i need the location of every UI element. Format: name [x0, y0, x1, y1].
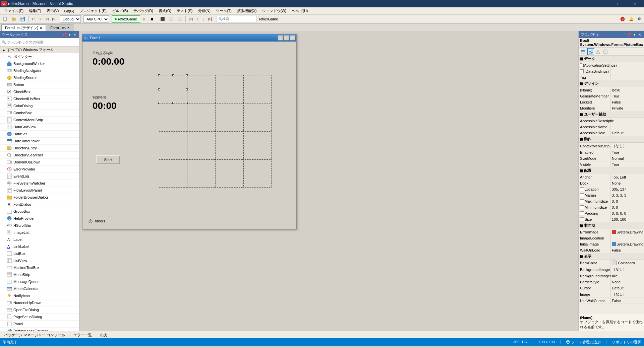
toolbox-item-colordialog[interactable]: ColorDialog	[0, 102, 79, 110]
tab-form1-design-close[interactable]: ✕	[40, 26, 42, 30]
close-button[interactable]: ✕	[627, 0, 643, 7]
menu-analyze[interactable]: 分析(N)	[195, 7, 213, 15]
props-property-pages-btn[interactable]	[602, 48, 609, 55]
toolbox-search-box[interactable]: 🔍	[0, 38, 79, 47]
toolbox-item-numericupdown[interactable]: NumericUpDown	[0, 299, 79, 306]
tab-form1-cs-close[interactable]: ✕	[67, 26, 70, 29]
menu-window[interactable]: ウィンドウ(W)	[259, 7, 289, 15]
notifications-btn[interactable]: 🔔	[627, 15, 635, 23]
run-btn[interactable]: ▶ reflexGame	[112, 15, 140, 23]
menu-format[interactable]: 書式(O)	[156, 7, 174, 15]
grid-cell-3-0[interactable]	[159, 159, 187, 188]
props-section-data[interactable]: ▣ データ	[579, 56, 644, 62]
toolbox-item-backgroundworker[interactable]: BackgroundWorker	[0, 60, 79, 67]
toolbox-item-openfiledialog[interactable]: OpenFileDialog	[0, 306, 79, 314]
toolbox-item-panel[interactable]: Panel	[0, 321, 79, 328]
toolbox-item-directorysearcher[interactable]: DirectorySearcher	[0, 152, 79, 159]
open-file-btn[interactable]	[10, 15, 18, 23]
menu-edit[interactable]: 編集(E)	[26, 7, 44, 15]
toolbox-item-bindingsource[interactable]: BindingSource	[0, 74, 79, 81]
grid-cell-2-0[interactable]	[159, 131, 187, 159]
grid-cell-0-1[interactable]	[187, 75, 215, 103]
toolbox-item-pointer[interactable]: ↖ ポインター	[0, 53, 79, 60]
grid-cell-selected[interactable]	[159, 75, 187, 103]
handle-bl[interactable]	[158, 102, 160, 104]
maximize-button[interactable]: □	[611, 0, 627, 7]
status-source-control[interactable]: ソース管理に追加	[566, 340, 601, 345]
expand-btn-margin[interactable]: +	[580, 193, 584, 197]
toolbox-item-hscrollbar[interactable]: HScrollBar	[0, 222, 79, 229]
live-share-btn[interactable]: ⚡	[619, 15, 627, 23]
expand-btn-size[interactable]: +	[580, 217, 584, 221]
toolbox-dropdown-btn[interactable]: ▾	[67, 32, 72, 37]
pause-btn[interactable]: ⏸	[141, 15, 148, 23]
toolbox-item-linklabel[interactable]: A LinkLabel	[0, 243, 79, 250]
toolbox-item-datagridview[interactable]: DataGridView	[0, 124, 79, 131]
toolbox-item-label[interactable]: A Label	[0, 236, 79, 243]
handle-tr[interactable]	[186, 74, 188, 76]
toolbar-extra-4[interactable]: |◁	[187, 15, 194, 23]
grid-cell-1-2[interactable]	[215, 103, 243, 131]
menu-extensions[interactable]: 拡張機能(X)	[234, 7, 259, 15]
handle-mr[interactable]	[186, 88, 188, 90]
expand-btn-location[interactable]: +	[580, 187, 584, 191]
toolbox-item-eventlog[interactable]: EventLog	[0, 173, 79, 180]
toolbox-item-helpprovider[interactable]: ? HelpProvider	[0, 215, 79, 222]
toolbox-item-dataset[interactable]: DataSet	[0, 131, 79, 138]
toolbox-item-checkedlistbox[interactable]: CheckedListBox	[0, 95, 79, 102]
toolbox-item-imagelist[interactable]: ImageList	[0, 229, 79, 236]
menu-project[interactable]: プロジェクト(P)	[77, 7, 109, 15]
new-file-btn[interactable]	[1, 15, 9, 23]
props-events-btn[interactable]: !	[595, 48, 601, 55]
toolbox-item-performancecounter[interactable]: PerformanceCounter	[0, 328, 79, 331]
start-button[interactable]: Start	[96, 155, 120, 164]
bottom-tab-error-list[interactable]: エラー一覧	[69, 331, 96, 339]
expand-btn-maximumsize[interactable]: +	[580, 199, 584, 203]
status-repository[interactable]: リポジトリの選択	[612, 340, 641, 345]
toolbar-extra-1[interactable]: ⬛	[159, 15, 167, 23]
grid-cell-3-1[interactable]	[187, 159, 215, 188]
debug-config-select[interactable]: Debug	[60, 15, 81, 23]
toolbox-item-fontdialog[interactable]: A FontDialog	[0, 201, 79, 208]
handle-ml[interactable]	[158, 88, 160, 90]
properties-close-btn[interactable]: ✕	[637, 32, 642, 37]
props-section-actions[interactable]: ▣ 動作	[579, 136, 644, 143]
properties-dropdown-btn[interactable]: ▾	[632, 32, 637, 37]
menu-build[interactable]: ビルド(B)	[109, 7, 131, 15]
toolbar-search-input[interactable]	[222, 17, 252, 21]
toolbox-item-notifyicon[interactable]: NotifyIcon	[0, 292, 79, 299]
back-btn[interactable]: ◁	[44, 15, 50, 23]
toolbox-item-messagequeue[interactable]: MessageQueue	[0, 278, 79, 285]
tab-form1-cs[interactable]: Form1.cs ✕	[47, 24, 73, 31]
grid-cell-0-3[interactable]	[243, 75, 272, 103]
grid-cell-1-1[interactable]	[187, 103, 215, 131]
grid-cell-0-2[interactable]	[215, 75, 243, 103]
grid-cell-1-3[interactable]	[243, 103, 272, 131]
toolbox-category-windows-forms[interactable]: ▲ すべての Windows フォーム	[0, 47, 79, 53]
menu-view[interactable]: 表示(V)	[44, 7, 62, 15]
expand-btn-padding[interactable]: +	[580, 211, 584, 215]
toolbox-item-errorprovider[interactable]: ! ErrorProvider	[0, 166, 79, 173]
toolbar-search-box[interactable]: 🔍	[217, 16, 257, 22]
expand-btn-app-settings[interactable]: +	[580, 63, 582, 67]
toolbox-item-monthcalendar[interactable]: MonthCalendar	[0, 285, 79, 292]
stop-btn[interactable]: ⏹	[149, 15, 156, 23]
toolbox-item-checkbox[interactable]: CheckBox	[0, 88, 79, 95]
handle-br[interactable]	[186, 102, 188, 104]
toolbox-item-folderbrowserdialog[interactable]: FolderBrowserDialog	[0, 194, 79, 201]
toolbar-extra-6[interactable]: ↓	[200, 15, 206, 23]
props-section-display[interactable]: ▣ 表示	[579, 253, 644, 260]
menu-file[interactable]: ファイル(F)	[1, 7, 26, 15]
redo-btn[interactable]: ↪	[37, 15, 43, 23]
toolbox-search-input[interactable]	[7, 39, 78, 46]
tab-form1-design[interactable]: Form1.cs [デザイン] ✕	[1, 24, 46, 31]
menu-tools[interactable]: ツール(T)	[213, 7, 234, 15]
toolbar-extra-5[interactable]: ↑	[195, 15, 200, 23]
save-btn[interactable]	[19, 15, 27, 23]
toolbar-extra-3[interactable]: ⬜	[176, 15, 184, 23]
grid-cell-2-3[interactable]	[243, 131, 272, 159]
handle-tm[interactable]	[172, 74, 174, 76]
properties-pin-btn[interactable]: 📌	[627, 32, 631, 37]
handle-tl[interactable]	[158, 74, 160, 76]
toolbox-item-pagesetupdialog[interactable]: PageSetupDialog	[0, 314, 79, 321]
